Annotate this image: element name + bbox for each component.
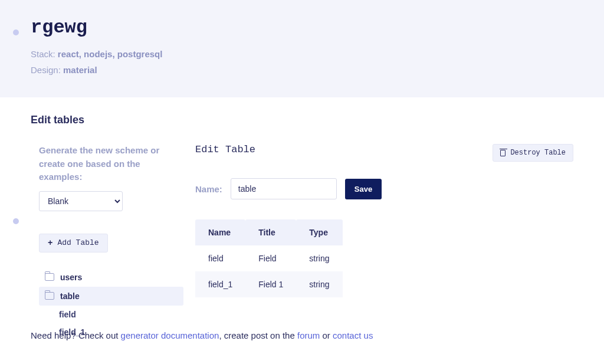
doc-link[interactable]: generator documentation: [121, 330, 219, 340]
help-prefix: Need help? Check out: [31, 330, 121, 340]
table-row[interactable]: field_1 Field 1 string: [195, 271, 343, 297]
folder-icon: [45, 273, 54, 281]
table-row[interactable]: field Field string: [195, 245, 343, 271]
stack-value: react, nodejs, postgresql: [58, 49, 163, 59]
left-column: Generate the new scheme or create one ba…: [39, 144, 183, 341]
add-table-label: Add Table: [57, 238, 99, 247]
design-line: Design: material: [31, 65, 604, 75]
save-button[interactable]: Save: [345, 179, 382, 199]
right-column: Edit Table Destroy Table Name: Save Name…: [195, 144, 604, 341]
cell-title: Field 1: [245, 271, 296, 297]
section-title: Edit tables: [31, 114, 604, 126]
main-section: Edit tables Generate the new scheme or c…: [0, 97, 604, 341]
design-label: Design:: [31, 65, 61, 75]
stack-label: Stack:: [31, 49, 55, 59]
table-tree: users table field field_1: [39, 268, 183, 341]
cell-title: Field: [245, 245, 296, 271]
tree-item-label: users: [60, 273, 82, 282]
table-name-input[interactable]: [231, 178, 337, 199]
scheme-description: Generate the new scheme or create one ba…: [39, 144, 183, 184]
add-table-button[interactable]: + Add Table: [39, 234, 108, 252]
fields-table: Name Title Type field Field string field…: [195, 219, 343, 297]
edit-table-title: Edit Table: [195, 144, 255, 155]
content-row: Generate the new scheme or create one ba…: [31, 144, 604, 341]
tree-child-label: field: [59, 310, 76, 319]
folder-icon: [45, 292, 54, 300]
cell-name: field: [195, 245, 245, 271]
name-label: Name:: [195, 184, 222, 194]
contact-link[interactable]: contact us: [333, 330, 373, 340]
destroy-table-button[interactable]: Destroy Table: [493, 144, 573, 162]
help-footer: Need help? Check out generator documenta…: [31, 330, 373, 340]
forum-link[interactable]: forum: [297, 330, 320, 340]
tree-item-users[interactable]: users: [39, 268, 183, 287]
edit-header: Edit Table Destroy Table: [195, 144, 573, 162]
header-section: rgewg Stack: react, nodejs, postgresql D…: [0, 0, 604, 97]
destroy-label: Destroy Table: [510, 149, 566, 157]
col-name: Name: [195, 219, 245, 245]
name-row: Name: Save: [195, 178, 573, 199]
project-title: rgewg: [31, 17, 604, 38]
bullet-icon: [13, 29, 19, 35]
col-type: Type: [296, 219, 342, 245]
tree-child-field[interactable]: field: [39, 306, 183, 323]
cell-name: field_1: [195, 271, 245, 297]
trash-icon: [500, 150, 505, 156]
cell-type: string: [296, 271, 342, 297]
scheme-select[interactable]: Blank: [39, 191, 123, 211]
stack-line: Stack: react, nodejs, postgresql: [31, 49, 604, 59]
bullet-icon: [13, 218, 19, 224]
table-header-row: Name Title Type: [195, 219, 343, 245]
cell-type: string: [296, 245, 342, 271]
tree-item-table[interactable]: table: [39, 287, 183, 306]
tree-item-label: table: [60, 291, 80, 301]
col-title: Title: [245, 219, 296, 245]
help-mid1: , create post on the: [219, 330, 297, 340]
design-value: material: [63, 65, 97, 75]
plus-icon: +: [48, 238, 52, 248]
help-mid2: or: [320, 330, 333, 340]
